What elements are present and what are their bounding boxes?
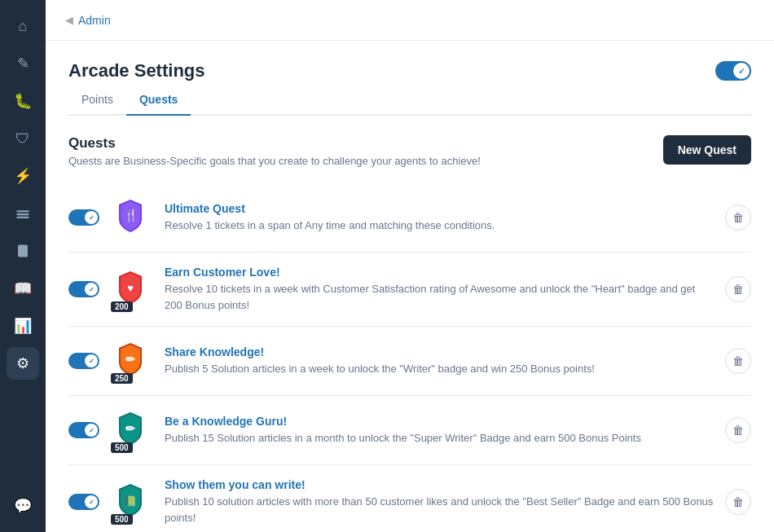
svg-text:🍴: 🍴 xyxy=(124,209,139,222)
tab-quests[interactable]: Quests xyxy=(126,85,191,116)
topbar: ◀ Admin xyxy=(46,0,774,41)
svg-text:✏: ✏ xyxy=(125,422,136,435)
sidebar-item-edit[interactable]: ✎ xyxy=(7,47,39,80)
sidebar-item-settings[interactable]: ⚙ xyxy=(7,347,39,380)
quest-4-points: 500 xyxy=(111,442,133,453)
trash-icon: 🗑 xyxy=(732,211,744,224)
sidebar-item-lightning[interactable]: ⚡ xyxy=(7,160,39,192)
new-quest-button[interactable]: New Quest xyxy=(663,135,751,165)
sidebar-item-chart[interactable]: 📊 xyxy=(7,310,39,342)
quest-5-points: 500 xyxy=(111,514,133,525)
quest-5-title[interactable]: Show them you can write! xyxy=(165,478,714,491)
quest-4-delete-button[interactable]: 🗑 xyxy=(725,417,751,443)
quest-3-points: 250 xyxy=(111,373,133,384)
sidebar-item-bug[interactable]: 🐛 xyxy=(7,85,39,117)
section-title: Quests xyxy=(68,135,481,152)
quest-5-badge: 📗 500 xyxy=(111,481,153,523)
quest-3-desc: Publish 5 Solution articles in a week to… xyxy=(165,361,714,377)
sidebar-item-home[interactable]: ⌂ xyxy=(7,10,39,42)
trash-icon: 🗑 xyxy=(732,424,744,437)
sidebar-item-shield[interactable]: 🛡 xyxy=(7,122,39,155)
quest-3-badge: ✏ 250 xyxy=(111,340,153,382)
quest-2-desc: Resolve 10 tickets in a week with Custom… xyxy=(165,281,714,313)
page-title: Arcade Settings xyxy=(68,60,205,81)
quest-2-text: Earn Customer Love! Resolve 10 tickets i… xyxy=(165,266,714,313)
sidebar-item-layers[interactable] xyxy=(7,197,39,230)
quest-2-toggle[interactable]: ✓ xyxy=(68,281,99,297)
quest-item: ✓ ✏ 250 Share Knowledge! Publish 5 Solut… xyxy=(68,327,751,396)
quest-2-points: 200 xyxy=(111,301,133,312)
quest-item: ✓ 📗 500 Show them you can write! Publish… xyxy=(68,465,751,532)
quest-1-desc: Resolve 1 tickets in a span of Any time … xyxy=(165,218,714,234)
trash-icon: 🗑 xyxy=(732,354,744,367)
quest-1-text: Ultimate Quest Resolve 1 tickets in a sp… xyxy=(165,202,714,234)
section-header: Quests Quests are Business-Specific goal… xyxy=(68,135,751,167)
quest-3-delete-button[interactable]: 🗑 xyxy=(725,348,751,374)
svg-text:📗: 📗 xyxy=(125,495,137,507)
sidebar-item-report[interactable] xyxy=(7,235,39,267)
quest-list: ✓ 🍴 Ultimate Quest Resolve 1 tickets in … xyxy=(68,183,751,532)
quest-2-title[interactable]: Earn Customer Love! xyxy=(165,266,714,279)
breadcrumb-arrow: ◀ xyxy=(65,14,73,26)
toggle-check-icon: ✓ xyxy=(738,67,745,76)
tab-points[interactable]: Points xyxy=(68,85,126,116)
quest-item: ✓ 🍴 Ultimate Quest Resolve 1 tickets in … xyxy=(68,183,751,253)
quest-3-title[interactable]: Share Knowledge! xyxy=(165,345,714,358)
quest-1-title[interactable]: Ultimate Quest xyxy=(165,202,714,215)
sidebar: ⌂ ✎ 🐛 🛡 ⚡ 📖 📊 ⚙ 💬 xyxy=(0,0,46,532)
svg-text:♥: ♥ xyxy=(127,282,134,294)
quest-4-desc: Publish 15 Solution articles in a month … xyxy=(165,430,714,446)
quest-item: ✓ ♥ 200 Earn Customer Love! Resolve 10 t… xyxy=(68,253,751,327)
quest-item: ✓ ✏ 500 Be a Knowledge Guru! Publish 15 … xyxy=(68,396,751,465)
svg-rect-4 xyxy=(20,248,26,249)
quest-5-toggle[interactable]: ✓ xyxy=(68,494,99,510)
quest-5-desc: Publish 10 solution articles with more t… xyxy=(165,494,714,525)
quest-2-delete-button[interactable]: 🗑 xyxy=(725,276,751,302)
trash-icon: 🗑 xyxy=(732,495,744,508)
svg-rect-1 xyxy=(17,213,29,215)
trash-icon: 🗑 xyxy=(732,283,744,296)
sidebar-item-book[interactable]: 📖 xyxy=(7,272,39,305)
main-content: ◀ Admin Arcade Settings ✓ Points Quests … xyxy=(46,0,774,532)
section-description: Quests are Business-Specific goals that … xyxy=(68,155,481,167)
quest-4-title[interactable]: Be a Knowledge Guru! xyxy=(165,415,714,428)
quest-4-toggle[interactable]: ✓ xyxy=(68,422,99,438)
tabs-bar: Points Quests xyxy=(68,85,751,116)
breadcrumb-admin-link[interactable]: Admin xyxy=(78,14,111,27)
quest-1-toggle[interactable]: ✓ xyxy=(68,209,99,226)
svg-rect-0 xyxy=(17,210,29,212)
quest-5-delete-button[interactable]: 🗑 xyxy=(725,489,751,515)
quest-1-badge: 🍴 xyxy=(111,196,153,239)
content-area: Arcade Settings ✓ Points Quests Quests Q… xyxy=(46,41,774,532)
svg-rect-6 xyxy=(20,253,24,254)
quest-3-text: Share Knowledge! Publish 5 Solution arti… xyxy=(165,345,714,377)
arcade-settings-toggle[interactable]: ✓ xyxy=(715,61,751,81)
quest-4-badge: ✏ 500 xyxy=(111,409,153,451)
svg-rect-2 xyxy=(17,217,29,218)
quest-5-text: Show them you can write! Publish 10 solu… xyxy=(165,478,714,525)
quest-2-badge: ♥ 200 xyxy=(111,268,153,310)
svg-text:✏: ✏ xyxy=(125,353,136,366)
page-header-row: Arcade Settings ✓ xyxy=(68,60,751,81)
quest-4-text: Be a Knowledge Guru! Publish 15 Solution… xyxy=(165,415,714,446)
sidebar-item-chat[interactable]: 💬 xyxy=(7,490,39,522)
quest-1-delete-button[interactable]: 🗑 xyxy=(725,204,751,231)
quest-3-toggle[interactable]: ✓ xyxy=(68,353,99,369)
svg-rect-5 xyxy=(20,250,26,252)
